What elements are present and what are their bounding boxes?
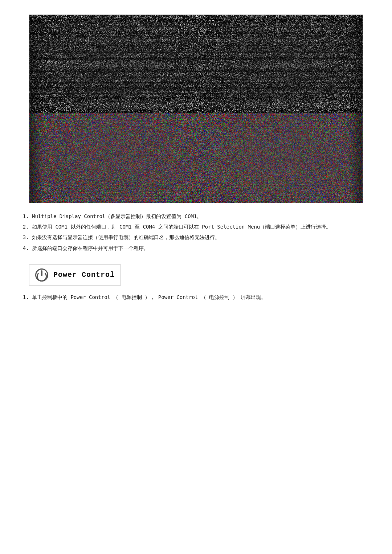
- list-item-3: 如果没有选择与显示器连接（使用串行电缆）的准确端口名，那么通信将无法进行。: [32, 233, 363, 242]
- main-list-1: Multiple Display Control（多显示器控制）最初的设置值为 …: [29, 212, 363, 253]
- power-control-header: Power Control: [29, 264, 121, 286]
- section-title: Power Control: [53, 271, 115, 279]
- power-icon: [35, 268, 48, 282]
- list-item-4: 所选择的端口会存储在程序中并可用于下一个程序。: [32, 244, 363, 253]
- main-list-2: 单击控制板中的 Power Control （ 电源控制 ）， Power Co…: [29, 293, 363, 302]
- screenshot-area: [29, 15, 363, 203]
- page-container: Multiple Display Control（多显示器控制）最初的设置值为 …: [0, 0, 392, 316]
- list-item-1: Multiple Display Control（多显示器控制）最初的设置值为 …: [32, 212, 363, 221]
- list-item-5: 单击控制板中的 Power Control （ 电源控制 ）， Power Co…: [32, 293, 363, 302]
- noise-canvas: [29, 15, 363, 203]
- list-item-2: 如果使用 COM1 以外的任何端口，则 COM1 至 COM4 之间的端口可以在…: [32, 222, 363, 231]
